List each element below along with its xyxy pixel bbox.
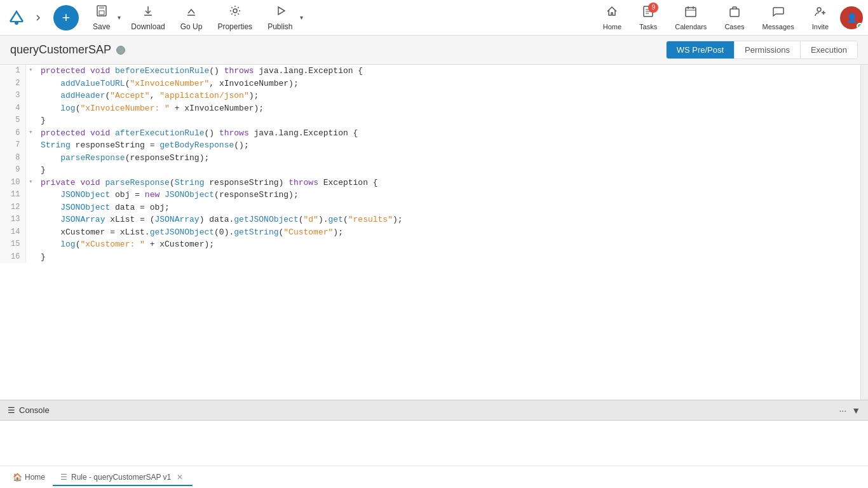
invite-icon: [814, 5, 827, 21]
save-label: Save: [93, 22, 110, 31]
download-button[interactable]: Download: [125, 2, 171, 34]
code-line: addValueToURL("xInvoiceNumber", xInvoice…: [36, 78, 860, 90]
svg-rect-18: [730, 9, 739, 17]
code-editor[interactable]: 1▾protected void beforeExecutionRule() t…: [0, 65, 860, 400]
console-collapse-button[interactable]: ▼: [851, 405, 860, 416]
toolbar: + Save ▾ Download Go Up: [0, 0, 868, 36]
svg-point-8: [233, 9, 237, 13]
line-number: 16: [0, 251, 25, 264]
table-row: 4 log("xInvoiceNumber: " + xInvoiceNumbe…: [0, 102, 860, 115]
line-number: 9: [0, 164, 25, 177]
tab-execution[interactable]: Execution: [801, 41, 857, 58]
line-number: 10: [0, 177, 25, 189]
nav-tasks[interactable]: 9 Tasks: [633, 3, 663, 33]
tasks-label: Tasks: [639, 23, 657, 30]
line-number: 5: [0, 114, 25, 127]
console-title: ☰ Console: [8, 405, 50, 415]
fold-button: [25, 139, 36, 152]
fold-button[interactable]: ▾: [25, 65, 36, 78]
nav-invite[interactable]: Invite: [806, 3, 835, 33]
fold-button: [25, 78, 36, 90]
code-line: protected void afterExecutionRule() thro…: [36, 127, 860, 140]
table-row: 16}: [0, 251, 860, 264]
nav-home[interactable]: Home: [597, 3, 628, 33]
tasks-badge: 9: [648, 3, 658, 13]
go-up-button[interactable]: Go Up: [174, 2, 209, 34]
line-number: 3: [0, 90, 25, 102]
code-line: log("xCustomer: " + xCustomer);: [36, 238, 860, 251]
table-row: 9}: [0, 164, 860, 177]
console-body[interactable]: [0, 421, 868, 465]
save-button[interactable]: Save: [86, 2, 116, 34]
code-line: JSONObject data = obj;: [36, 201, 860, 214]
table-row: 5}: [0, 114, 860, 127]
fold-button: [25, 152, 36, 165]
fold-button: [25, 90, 36, 102]
fold-button: [25, 238, 36, 251]
code-line: }: [36, 114, 860, 127]
properties-label: Properties: [217, 22, 252, 31]
bottom-home-tab[interactable]: 🏠 Home: [5, 470, 53, 484]
tab-permissions[interactable]: Permissions: [735, 41, 801, 58]
messages-label: Messages: [763, 23, 794, 30]
expand-button[interactable]: [31, 10, 46, 25]
rule-tab-label: Rule - queryCustomerSAP v1: [71, 473, 171, 482]
table-row: 8 parseResponse(responseString);: [0, 152, 860, 165]
publish-label: Publish: [268, 22, 292, 31]
tab-group: WS Pre/Post Permissions Execution: [666, 41, 858, 59]
console-options-button[interactable]: ···: [839, 405, 846, 416]
cases-icon: [728, 5, 741, 21]
code-line: parseResponse(responseString);: [36, 152, 860, 165]
add-button[interactable]: +: [53, 5, 79, 30]
toolbar-right: Home 9 Tasks Calendars Cases Mes: [597, 3, 863, 33]
fold-button[interactable]: ▾: [25, 177, 36, 189]
code-line: }: [36, 251, 860, 264]
line-number: 2: [0, 78, 25, 90]
editor-area: 1▾protected void beforeExecutionRule() t…: [0, 65, 868, 400]
code-line: protected void beforeExecutionRule() thr…: [36, 65, 860, 78]
line-number: 14: [0, 226, 25, 239]
user-avatar[interactable]: 👤: [840, 6, 863, 29]
cases-label: Cases: [724, 23, 744, 30]
online-indicator: [857, 23, 863, 29]
nav-cases[interactable]: Cases: [718, 3, 750, 33]
status-dot: [116, 46, 125, 55]
page-title: queryCustomerSAP: [10, 43, 111, 57]
line-number: 11: [0, 189, 25, 201]
table-row: 7String responseString = getBodyResponse…: [0, 139, 860, 152]
table-row: 15 log("xCustomer: " + xCustomer);: [0, 238, 860, 251]
fold-button: [25, 201, 36, 214]
code-line: JSONArray xList = (JSONArray) data.getJS…: [36, 214, 860, 226]
fold-button: [25, 114, 36, 127]
svg-rect-14: [686, 8, 696, 17]
toolbar-left: + Save ▾ Download Go Up: [5, 2, 304, 34]
app-logo: [5, 6, 28, 29]
publish-dropdown-arrow[interactable]: ▾: [299, 11, 304, 24]
console-header: ☰ Console ··· ▼: [0, 400, 868, 421]
table-row: 12 JSONObject data = obj;: [0, 201, 860, 214]
nav-messages[interactable]: Messages: [756, 3, 801, 33]
invite-label: Invite: [812, 23, 829, 30]
fold-button: [25, 102, 36, 115]
page-header: queryCustomerSAP WS Pre/Post Permissions…: [0, 36, 868, 65]
table-row: 14 xCustomer = xList.getJSONObject(0).ge…: [0, 226, 860, 239]
save-dropdown-arrow[interactable]: ▾: [116, 11, 122, 24]
line-number: 1: [0, 65, 25, 78]
tab-ws-pre-post[interactable]: WS Pre/Post: [667, 41, 735, 58]
table-row: 2 addValueToURL("xInvoiceNumber", xInvoi…: [0, 78, 860, 90]
save-group: Save ▾: [86, 2, 122, 34]
scrollbar[interactable]: [860, 65, 868, 400]
fold-button: [25, 214, 36, 226]
bottom-rule-tab[interactable]: ☰ Rule - queryCustomerSAP v1 ✕: [53, 470, 193, 486]
fold-button: [25, 189, 36, 201]
properties-button[interactable]: Properties: [211, 2, 259, 34]
rule-tab-close[interactable]: ✕: [175, 472, 185, 482]
download-icon: [142, 4, 154, 20]
nav-calendars[interactable]: Calendars: [668, 3, 713, 33]
download-label: Download: [131, 22, 165, 31]
publish-button[interactable]: Publish: [261, 2, 299, 34]
code-table: 1▾protected void beforeExecutionRule() t…: [0, 65, 860, 263]
home-tab-label: Home: [25, 473, 45, 482]
fold-button[interactable]: ▾: [25, 127, 36, 140]
code-line: log("xInvoiceNumber: " + xInvoiceNumber)…: [36, 102, 860, 115]
